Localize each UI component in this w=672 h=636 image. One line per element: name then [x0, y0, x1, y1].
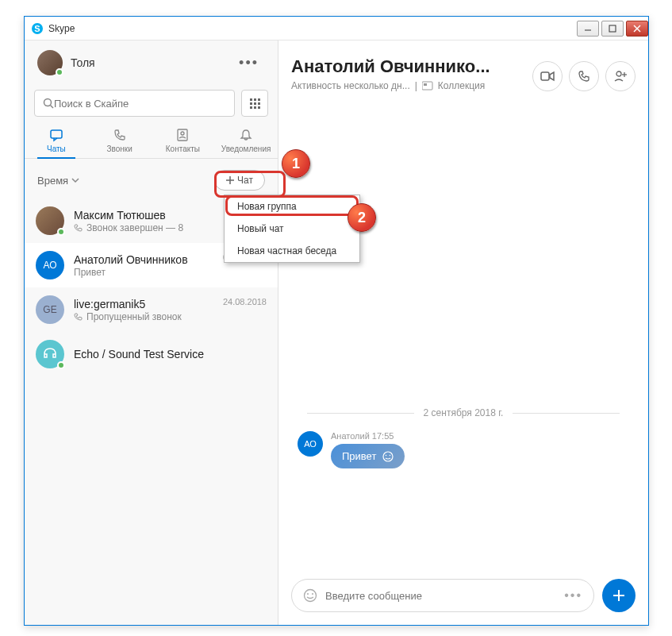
- add-person-icon: [613, 70, 628, 83]
- search-input[interactable]: [54, 98, 226, 110]
- create-button[interactable]: [602, 579, 636, 612]
- avatar: АО: [36, 251, 64, 279]
- chat-item-date: 24.08.2018: [223, 297, 267, 306]
- svg-text:S: S: [34, 24, 40, 33]
- chevron-down-icon: [71, 176, 79, 184]
- chat-item-body: Анатолий Овчинников Привет: [74, 253, 213, 278]
- window-controls: [574, 21, 648, 37]
- avatar: GE: [36, 295, 64, 324]
- chat-item-sub: Звонок завершен — 8: [74, 222, 240, 233]
- svg-point-22: [305, 590, 317, 602]
- profile-avatar[interactable]: [37, 50, 63, 75]
- skype-logo-icon: S: [31, 22, 44, 35]
- add-people-button[interactable]: [605, 61, 636, 91]
- avatar: [36, 340, 64, 368]
- conversation-title: Анатолий Овчиннико...: [291, 56, 532, 77]
- chat-item[interactable]: Echo / Sound Test Service: [25, 332, 278, 376]
- plus-icon: [226, 176, 234, 184]
- svg-rect-8: [51, 130, 62, 138]
- presence-dot-icon: [57, 228, 65, 236]
- menu-new-group[interactable]: Новая группа: [225, 195, 359, 218]
- profile-name[interactable]: Толя: [71, 56, 232, 69]
- tab-label: Уведомления: [221, 145, 271, 153]
- dialpad-icon: [250, 98, 260, 109]
- call-icon: [74, 223, 83, 233]
- chat-item-body: Echo / Sound Test Service: [74, 348, 267, 361]
- tab-notifications[interactable]: Уведомления: [214, 121, 278, 158]
- svg-point-20: [386, 454, 387, 456]
- date-divider: 2 сентября 2018 г.: [291, 407, 636, 418]
- svg-rect-3: [609, 25, 616, 32]
- svg-point-24: [312, 593, 313, 595]
- tab-label: Чаты: [47, 145, 66, 153]
- content: Толя ••• Чаты Звонки: [25, 40, 648, 625]
- status-text: Активность несколько дн...: [291, 80, 410, 91]
- smile-icon: [382, 451, 394, 462]
- header-titles: Анатолий Овчиннико... Активность несколь…: [291, 56, 532, 91]
- header-actions: [532, 61, 636, 91]
- gallery-icon: [422, 81, 433, 91]
- composer: •••: [278, 569, 648, 625]
- message-row: АО Анатолий 17:55 Привет: [291, 431, 636, 468]
- conversation-panel: Анатолий Овчиннико... Активность несколь…: [278, 40, 648, 625]
- new-chat-dropdown: Новая группа Новый чат Новая частная бес…: [224, 195, 360, 263]
- chat-item-name: Анатолий Овчинников: [74, 253, 213, 266]
- gallery-link[interactable]: Коллекция: [438, 80, 485, 91]
- more-button[interactable]: •••: [232, 52, 265, 75]
- presence-dot-icon: [56, 68, 63, 76]
- tab-chats[interactable]: Чаты: [25, 121, 88, 158]
- app-window: S Skype Толя •••: [24, 16, 649, 626]
- window-title: Skype: [48, 23, 574, 34]
- search-box[interactable]: [34, 90, 235, 117]
- conversation-subtitle: Активность несколько дн... | Коллекция: [291, 80, 532, 91]
- svg-point-21: [390, 454, 391, 456]
- composer-more-button[interactable]: •••: [564, 588, 582, 603]
- menu-new-chat[interactable]: Новый чат: [225, 218, 359, 240]
- chat-item-name: Echo / Sound Test Service: [74, 348, 267, 360]
- tab-calls[interactable]: Звонки: [88, 121, 152, 158]
- message-text: Привет: [342, 450, 376, 462]
- titlebar: S Skype: [25, 17, 648, 40]
- contacts-icon: [175, 128, 190, 142]
- phone-icon: [113, 128, 127, 142]
- presence-dot-icon: [57, 361, 65, 369]
- menu-new-private[interactable]: Новая частная беседа: [225, 240, 359, 262]
- message-meta: Анатолий 17:55: [331, 431, 629, 441]
- svg-line-7: [51, 106, 54, 109]
- new-chat-button[interactable]: Чат: [214, 170, 265, 191]
- chat-item-body: live:germanik5 Пропущенный звонок: [74, 298, 213, 322]
- message-input-box[interactable]: •••: [291, 579, 594, 612]
- message-input[interactable]: [325, 590, 556, 602]
- svg-rect-13: [422, 82, 432, 90]
- dialpad-button[interactable]: [241, 90, 268, 117]
- chat-item-name: Максим Тютюшев: [74, 209, 240, 222]
- svg-point-23: [307, 593, 309, 595]
- chat-item-name: live:germanik5: [74, 298, 213, 310]
- video-call-button[interactable]: [532, 61, 563, 91]
- svg-rect-14: [424, 83, 427, 86]
- chat-item-sub: Пропущенный звонок: [74, 311, 213, 322]
- annotation-badge-2: 2: [348, 203, 376, 232]
- svg-point-6: [44, 99, 52, 106]
- message-bubble[interactable]: Привет: [331, 444, 405, 468]
- profile-row: Толя •••: [25, 40, 278, 85]
- chat-item-sub: Привет: [74, 267, 213, 278]
- sidebar: Толя ••• Чаты Звонки: [25, 40, 278, 625]
- conversation-header: Анатолий Овчиннико... Активность несколь…: [278, 40, 648, 101]
- audio-call-button[interactable]: [569, 61, 599, 91]
- chat-item[interactable]: GE live:germanik5 Пропущенный звонок 24.…: [25, 287, 278, 332]
- messages-area[interactable]: 2 сентября 2018 г. АО Анатолий 17:55 При…: [278, 101, 648, 569]
- maximize-button[interactable]: [601, 21, 624, 37]
- tab-contacts[interactable]: Контакты: [152, 121, 215, 158]
- section-header: Время Чат: [25, 159, 278, 199]
- plus-icon: [612, 588, 626, 603]
- annotation-badge-1: 1: [282, 149, 310, 178]
- emoji-icon[interactable]: [303, 588, 317, 603]
- close-button[interactable]: [626, 21, 648, 37]
- search-icon: [43, 98, 54, 109]
- minimize-button[interactable]: [577, 21, 599, 37]
- nav-tabs: Чаты Звонки Контакты Уведомления: [25, 121, 278, 159]
- sort-label[interactable]: Время: [37, 175, 68, 187]
- phone-icon: [578, 70, 590, 83]
- message-avatar: АО: [298, 431, 323, 457]
